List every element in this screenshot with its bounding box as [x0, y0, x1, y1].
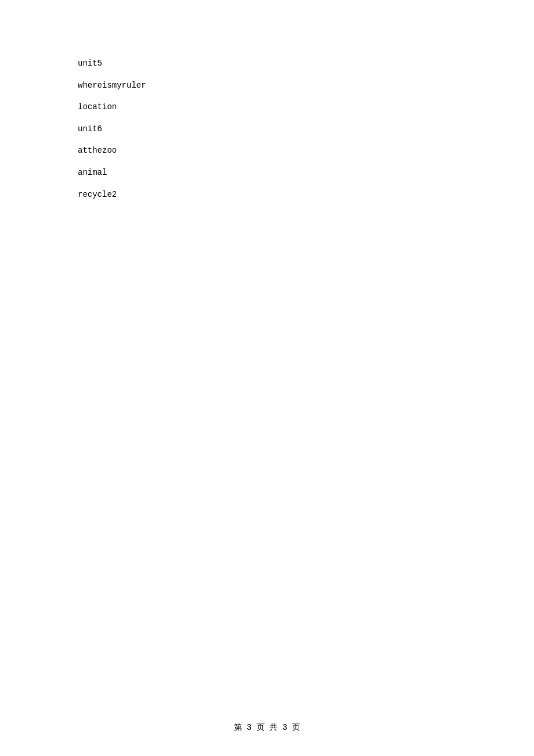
- page-number: 第 3 页 共 3 页: [234, 723, 301, 732]
- item-text-4: unit6: [78, 124, 102, 134]
- list-item-1: unit5: [78, 58, 534, 70]
- item-text-7: recycle2: [78, 190, 117, 199]
- page-footer: 第 3 页 共 3 页: [0, 722, 534, 733]
- item-text-3: location: [78, 102, 117, 111]
- list-item-5: atthezoo: [78, 145, 534, 157]
- item-text-6: animal: [78, 168, 107, 177]
- item-text-1: unit5: [78, 59, 102, 68]
- list-item-6: animal: [78, 167, 534, 179]
- list-item-3: location: [78, 102, 534, 113]
- item-text-2: whereismyruler: [78, 81, 146, 90]
- list-item-7: recycle2: [78, 189, 534, 201]
- content-area: unit5 whereismyruler location unit6 atth…: [0, 0, 534, 200]
- item-text-5: atthezoo: [78, 146, 117, 155]
- list-item-4: unit6: [78, 124, 534, 135]
- list-item-2: whereismyruler: [78, 80, 534, 92]
